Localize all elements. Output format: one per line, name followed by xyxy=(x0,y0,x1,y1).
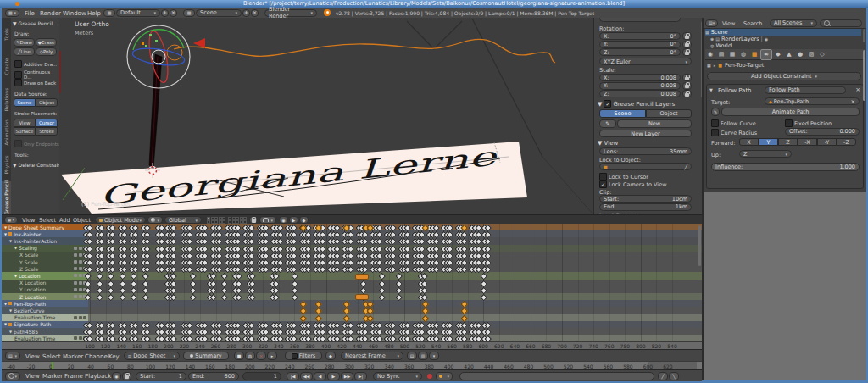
lock-layers-button[interactable] xyxy=(249,216,258,224)
screen-layout-selector[interactable]: Default▾ xyxy=(116,9,160,17)
channel-expander-icon[interactable]: ▼ xyxy=(9,239,12,243)
channel-pen-top-path[interactable]: ▼Pen-Top-Path xyxy=(2,300,88,307)
ds-ghost-button[interactable]: ◆ xyxy=(326,352,336,360)
animate-path-button[interactable]: Animate Path xyxy=(721,108,860,116)
gp-new-button[interactable]: New xyxy=(617,119,692,128)
ds-menu-marker[interactable]: Marker xyxy=(63,353,83,360)
channel-y-scale[interactable]: Y Scale xyxy=(2,258,88,265)
titlebar[interactable]: Blender* [/project/terry/Lunatics/Produc… xyxy=(0,0,868,8)
outliner-scrollbar[interactable] xyxy=(863,29,865,42)
toolshelf-tab-grease-pencil[interactable]: Grease Pencil xyxy=(2,181,11,215)
delete-keyframe-button[interactable]: ╲ xyxy=(669,372,679,380)
gp-object-tab[interactable]: Object xyxy=(646,109,692,118)
layer-toggle[interactable] xyxy=(207,217,210,220)
only-endpoints-checkbox[interactable]: Only Endpoints xyxy=(14,140,59,147)
properties-tab-render-icon[interactable]: ◉ xyxy=(705,50,715,59)
properties-tab-modifiers-icon[interactable]: ◆ xyxy=(773,50,783,59)
properties-tab-material-icon[interactable]: ● xyxy=(795,50,805,59)
channel-signature-path[interactable]: ▼Signature-Path xyxy=(2,321,88,328)
tl-menu-frame[interactable]: Frame xyxy=(64,373,83,380)
filters-toggle[interactable]: Filters xyxy=(285,352,322,360)
draw-on-back-checkbox[interactable]: Draw on Back xyxy=(14,79,56,86)
insert-keyframe-button[interactable]: ╱ xyxy=(658,372,668,380)
properties-scrollbar[interactable] xyxy=(863,50,865,101)
toolshelf-tab-relations[interactable]: Relations xyxy=(2,83,11,117)
channel-location[interactable]: ▼Location xyxy=(2,272,88,279)
grease-pencil-panel-header[interactable]: ▼ Grease Pencil... xyxy=(13,20,58,26)
dope-sheet[interactable]: ▼Dope Sheet Summary▼Ink-Painter▼Ink-Pain… xyxy=(2,224,702,341)
outliner-item-renderlayers[interactable]: ⊕ ▤ RenderLayers| ◉ xyxy=(710,36,768,42)
mute-icon[interactable] xyxy=(74,253,77,257)
curve-handle-4[interactable] xyxy=(142,42,144,45)
ds-editor-button[interactable]: ▤▾ xyxy=(5,352,20,360)
channel-expander-icon[interactable]: ▼ xyxy=(4,232,7,236)
gp-pencil-icon-button[interactable]: ✎ xyxy=(599,119,616,128)
expand-icon[interactable]: ⊕ xyxy=(710,36,714,42)
gp-layers-panel-header[interactable]: ▼ Grease Pencil Layers xyxy=(598,100,675,108)
record-icon[interactable] xyxy=(427,374,432,379)
selected-keyframe-bar[interactable] xyxy=(355,274,369,280)
tl-menu-view[interactable]: View xyxy=(25,373,40,380)
ghost-icon[interactable] xyxy=(79,260,82,264)
ghost-icon[interactable] xyxy=(79,281,82,285)
layer-toggle[interactable] xyxy=(243,217,247,220)
orientation-dropdown[interactable]: Global▾ xyxy=(164,216,202,224)
ghost-icon[interactable] xyxy=(79,316,82,319)
ghost-icon[interactable] xyxy=(79,288,82,291)
outliner-editor-button[interactable]: ▤▾ xyxy=(705,19,718,27)
tl-editor-button[interactable]: ▾ xyxy=(5,372,20,380)
layer-toggle[interactable] xyxy=(222,217,225,220)
erase-button[interactable]: ◆ Erase xyxy=(36,38,57,47)
screen-layout-icon-button[interactable]: ▦ xyxy=(103,9,115,17)
clipped-top-field[interactable] xyxy=(599,18,681,22)
panel-expand-icon[interactable]: ▼ xyxy=(709,87,713,92)
tl-menu-marker[interactable]: Marker xyxy=(42,373,63,380)
properties-tab-object-icon[interactable]: ■ xyxy=(749,50,760,59)
scale-z-lock-button[interactable] xyxy=(682,90,692,97)
curve-radius-checkbox[interactable]: Curve Radius xyxy=(711,129,757,136)
scale-x-field[interactable]: X:0.008 xyxy=(599,74,681,81)
lock-camera-to-view-checkbox[interactable]: Lock Camera to View xyxy=(599,180,666,188)
curve-handle-3[interactable] xyxy=(145,45,147,47)
channel-evaluation-time[interactable]: Evaluation Time xyxy=(2,314,88,321)
ghost-icon[interactable] xyxy=(79,247,82,250)
ds-menu-channel[interactable]: Channel xyxy=(85,353,109,360)
layer-toggle[interactable] xyxy=(214,217,218,220)
add-scene-button[interactable]: + xyxy=(242,9,250,17)
layer-toggle[interactable] xyxy=(232,217,236,220)
properties-tab-object-data-icon[interactable]: ▲ xyxy=(784,50,794,59)
forward-axis--x[interactable]: -X xyxy=(798,138,817,146)
ds-filter-icon-2[interactable]: ◍ xyxy=(245,352,255,360)
current-frame-field[interactable]: 1 xyxy=(242,372,281,380)
channel-expander-icon[interactable]: ▼ xyxy=(4,225,7,230)
rotation-y-field[interactable]: Y:0° xyxy=(599,41,681,48)
ds-paste-button[interactable]: ▥ xyxy=(418,352,428,360)
forward-axis--z[interactable]: -Z xyxy=(837,138,856,146)
channel-expander-icon[interactable]: ▼ xyxy=(4,302,7,306)
render-opengl-button[interactable]: ◉ xyxy=(279,216,288,224)
gp-layers-checkbox[interactable] xyxy=(604,100,611,108)
forward-axis-z[interactable]: Z xyxy=(778,138,798,146)
target-field[interactable]: ◆Pen-Top-Path× xyxy=(765,97,860,105)
channel-expander-icon[interactable]: ▼ xyxy=(9,330,12,334)
ds-menu-select[interactable]: Select xyxy=(42,353,61,360)
editor-splitter[interactable] xyxy=(702,18,704,380)
properties-tab-world-icon[interactable]: ◍ xyxy=(738,50,748,59)
stroke-stroke-button[interactable]: Stroke xyxy=(36,127,58,136)
menu-window[interactable]: Window xyxy=(63,10,86,17)
ds-pushdown-button[interactable]: ▾ xyxy=(429,352,439,360)
channel-beziercurve[interactable]: ▼BezierCurve xyxy=(2,307,88,314)
ds-mode-dropdown[interactable]: ▤Dope Sheet▾ xyxy=(124,352,180,360)
eyedropper-icon[interactable]: ╱ xyxy=(684,164,687,169)
editor-type-button[interactable]: ▦▾ xyxy=(5,9,19,17)
use-preview-range-button[interactable]: ◉ xyxy=(112,372,121,380)
clip-end-field[interactable]: End:1km xyxy=(599,203,692,211)
outliner-menu-view[interactable]: View xyxy=(722,20,735,27)
ds-filter-icon-3[interactable]: × xyxy=(256,352,266,360)
channel-ink-painteraction[interactable]: ▼Ink-PainterAction xyxy=(2,237,88,244)
clip-start-field[interactable]: Start:10cm xyxy=(599,195,692,203)
frame-start-field[interactable]: Start:1 xyxy=(136,372,186,380)
outliner-search-input[interactable] xyxy=(820,19,862,27)
ds-filter-icon-1[interactable]: ■ xyxy=(234,352,244,360)
lock-time-button[interactable] xyxy=(122,372,131,380)
